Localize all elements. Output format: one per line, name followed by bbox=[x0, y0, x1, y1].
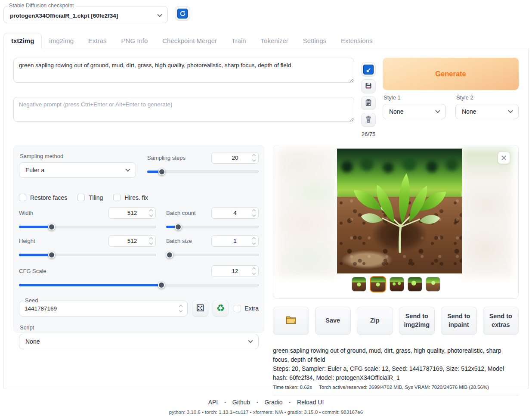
save-style-button[interactable] bbox=[361, 79, 376, 93]
apply-style-button[interactable] bbox=[361, 96, 376, 110]
batch-size-value: 1 bbox=[233, 238, 237, 244]
clipboard-icon bbox=[365, 99, 372, 108]
tab-train[interactable]: Train bbox=[224, 33, 254, 49]
slider-fill bbox=[19, 254, 52, 256]
height-input[interactable]: 512 bbox=[108, 235, 156, 247]
tab-tokenizer[interactable]: Tokenizer bbox=[254, 33, 296, 49]
height-slider[interactable] bbox=[19, 251, 156, 258]
tab-settings[interactable]: Settings bbox=[296, 33, 334, 49]
thumbnail-2-selected[interactable] bbox=[370, 276, 386, 292]
thumbnail-1[interactable] bbox=[352, 277, 366, 292]
thumbnail-4[interactable] bbox=[408, 277, 422, 292]
seed-input[interactable]: Seed 1441787169 bbox=[19, 301, 188, 317]
cfg-scale-slider[interactable] bbox=[19, 282, 259, 289]
stepper-arrows-icon[interactable] bbox=[253, 210, 255, 216]
tab-extensions[interactable]: Extensions bbox=[334, 33, 380, 49]
time-taken: Time taken: 8.62s bbox=[273, 385, 312, 390]
version-info: python: 3.10.6 • torch: 1.13.1+cu117 • x… bbox=[0, 410, 532, 415]
stepper-arrows-icon[interactable] bbox=[179, 305, 182, 312]
checkbox-icon[interactable] bbox=[234, 305, 241, 312]
zip-button[interactable]: Zip bbox=[357, 307, 393, 335]
thumbnail-5[interactable] bbox=[426, 277, 440, 292]
tab-extras[interactable]: Extras bbox=[81, 33, 114, 49]
stepper-arrows-icon[interactable] bbox=[253, 238, 255, 244]
batch-size-slider[interactable] bbox=[166, 251, 259, 258]
checkbox-icon[interactable] bbox=[77, 194, 85, 201]
batch-count-slider[interactable] bbox=[166, 224, 259, 230]
api-link[interactable]: API bbox=[208, 399, 218, 406]
clear-prompt-button[interactable] bbox=[361, 113, 376, 127]
close-icon[interactable]: ✕ bbox=[498, 152, 510, 164]
refresh-icon bbox=[177, 9, 188, 19]
checkbox-icon[interactable] bbox=[19, 194, 26, 201]
recycle-icon: ♻ bbox=[217, 304, 225, 313]
hires-fix-label: Hires. fix bbox=[124, 194, 148, 201]
batch-size-input[interactable]: 1 bbox=[211, 235, 259, 247]
chevron-down-icon bbox=[157, 12, 162, 17]
tab-png-info[interactable]: PNG Info bbox=[114, 33, 155, 49]
slider-handle[interactable] bbox=[175, 224, 182, 230]
width-slider[interactable] bbox=[19, 224, 156, 230]
restore-faces-checkbox[interactable]: Restore faces bbox=[19, 194, 67, 201]
refresh-checkpoint-button[interactable] bbox=[175, 6, 190, 21]
generation-perf-text: Time taken: 8.62s Torch active/reserved:… bbox=[273, 385, 519, 395]
stepper-arrows-icon[interactable] bbox=[150, 238, 152, 244]
save-button[interactable]: Save bbox=[315, 307, 351, 335]
footer-links: API • Github • Gradio • Reload UI bbox=[0, 399, 532, 406]
hires-fix-checkbox[interactable]: Hires. fix bbox=[113, 194, 148, 201]
output-panel: ✕ Save Zip bbox=[273, 145, 519, 395]
slider-handle[interactable] bbox=[48, 224, 55, 230]
chevron-down-icon bbox=[125, 167, 130, 171]
bullet-separator: • bbox=[257, 400, 258, 405]
batch-count-input[interactable]: 4 bbox=[211, 207, 259, 219]
slider-handle[interactable] bbox=[48, 251, 55, 258]
reuse-seed-button[interactable]: ♻ bbox=[213, 300, 229, 317]
style2-dropdown[interactable]: None bbox=[455, 104, 519, 119]
reload-ui-link[interactable]: Reload UI bbox=[297, 399, 324, 406]
style1-value: None bbox=[389, 108, 403, 115]
generation-info: green sapling rowing out of ground, mud,… bbox=[273, 346, 519, 395]
checkpoint-dropdown[interactable]: Stable Diffusion checkpoint protogenX34O… bbox=[3, 6, 168, 23]
thumbnail-3[interactable] bbox=[390, 277, 404, 292]
slider-handle[interactable] bbox=[158, 282, 165, 289]
slider-handle[interactable] bbox=[158, 168, 165, 175]
tab-img2img[interactable]: img2img bbox=[42, 33, 81, 49]
chevron-down-icon bbox=[248, 338, 253, 343]
github-link[interactable]: Github bbox=[232, 399, 250, 406]
generate-button[interactable]: Generate bbox=[383, 58, 519, 90]
send-to-inpaint-button[interactable]: Send to inpaint bbox=[441, 307, 477, 335]
cfg-scale-input[interactable]: 12 bbox=[211, 265, 259, 277]
gallery-blur-left bbox=[278, 149, 337, 277]
style1-dropdown[interactable]: None bbox=[383, 104, 446, 119]
tab-txt2img[interactable]: txt2img bbox=[3, 33, 42, 49]
txt2img-panel: green sapling rowing out of ground, mud,… bbox=[3, 49, 529, 389]
styles-row: Style 1 None Style 2 None bbox=[383, 92, 519, 119]
floppy-icon bbox=[365, 82, 372, 91]
extra-seed-checkbox[interactable]: Extra bbox=[234, 305, 259, 312]
slider-handle[interactable] bbox=[166, 251, 173, 258]
negative-prompt-input[interactable] bbox=[13, 97, 354, 122]
sampling-steps-slider[interactable] bbox=[147, 168, 259, 175]
send-to-extras-button[interactable]: Send to extras bbox=[483, 307, 519, 335]
stepper-arrows-icon[interactable] bbox=[253, 155, 255, 161]
tab-checkpoint-merger[interactable]: Checkpoint Merger bbox=[155, 33, 224, 49]
width-input[interactable]: 512 bbox=[108, 207, 156, 219]
stepper-arrows-icon[interactable] bbox=[150, 210, 152, 216]
tiling-checkbox[interactable]: Tiling bbox=[77, 194, 103, 201]
random-seed-button[interactable]: ⚄ bbox=[192, 300, 208, 317]
sampling-steps-value: 20 bbox=[232, 155, 238, 161]
sampling-steps-input[interactable]: 20 bbox=[211, 152, 259, 164]
vram-usage: Torch active/reserved: 3699/4702 MiB, Sy… bbox=[319, 385, 489, 390]
stepper-arrows-icon[interactable] bbox=[253, 268, 255, 274]
generated-image[interactable] bbox=[337, 149, 462, 273]
prompt-input[interactable]: green sapling rowing out of ground, mud,… bbox=[13, 58, 354, 83]
batch-size-label: Batch size bbox=[166, 238, 192, 244]
gradio-link[interactable]: Gradio bbox=[265, 399, 283, 406]
script-dropdown[interactable]: None bbox=[19, 334, 259, 349]
sampling-method-dropdown[interactable]: Euler a bbox=[19, 162, 136, 178]
paste-generation-params-button[interactable]: ↙ bbox=[361, 62, 376, 77]
checkbox-icon[interactable] bbox=[113, 194, 121, 201]
open-folder-button[interactable] bbox=[273, 307, 309, 335]
script-value: None bbox=[25, 338, 40, 345]
send-to-img2img-button[interactable]: Send to img2img bbox=[399, 307, 435, 335]
